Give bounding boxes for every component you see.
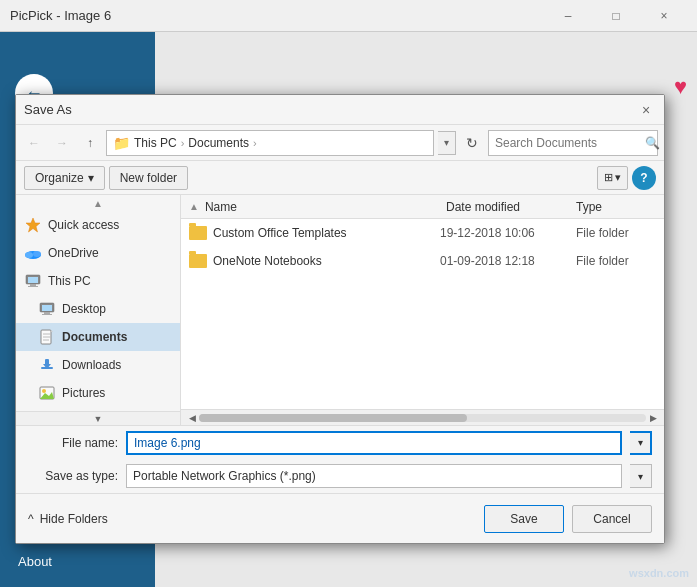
horizontal-scrollbar: ◀ ▶ bbox=[181, 409, 664, 425]
filename-dropdown-button[interactable]: ▾ bbox=[630, 431, 652, 455]
dialog-toolbar: ← → ↑ 📁 This PC › Documents › ▾ ↻ bbox=[16, 125, 664, 161]
save-as-dialog: Save As × ← → ↑ 📁 This PC › bbox=[15, 94, 665, 544]
nav-item-downloads[interactable]: Downloads bbox=[16, 351, 180, 379]
svg-rect-19 bbox=[45, 359, 49, 365]
footer-buttons: Save Cancel bbox=[484, 505, 652, 533]
this-pc-icon bbox=[24, 272, 42, 290]
documents-label: Documents bbox=[62, 330, 127, 344]
nav-scroll: Quick access OneDrive bbox=[16, 211, 180, 411]
search-box: 🔍 bbox=[488, 130, 658, 156]
app-window: PicPick - Image 6 – □ × Options About ♥ … bbox=[0, 0, 697, 587]
search-input[interactable] bbox=[495, 136, 645, 150]
filename-input[interactable] bbox=[126, 431, 622, 455]
organize-button[interactable]: Organize ▾ bbox=[24, 166, 105, 190]
folder-icon-2 bbox=[189, 252, 207, 270]
col-date-header[interactable]: Date modified bbox=[446, 200, 576, 214]
svg-point-2 bbox=[25, 252, 33, 258]
quick-access-icon bbox=[24, 216, 42, 234]
savetype-label: Save as type: bbox=[28, 469, 118, 483]
svg-rect-7 bbox=[28, 286, 38, 287]
svg-rect-9 bbox=[42, 305, 52, 311]
restore-button[interactable]: □ bbox=[593, 0, 639, 32]
filename-label: File name: bbox=[28, 436, 118, 450]
file-name-1: Custom Office Templates bbox=[213, 226, 434, 240]
svg-rect-10 bbox=[44, 312, 50, 314]
documents-icon bbox=[38, 328, 56, 346]
svg-rect-11 bbox=[42, 314, 52, 315]
app-content: Options About ♥ ← Save As × bbox=[0, 32, 697, 587]
view-icon: ⊞ bbox=[604, 171, 613, 184]
dialog-close-button[interactable]: × bbox=[636, 100, 656, 120]
col-name-header[interactable]: Name bbox=[205, 200, 446, 214]
onedrive-label: OneDrive bbox=[48, 246, 99, 260]
savetype-row: Save as type: Portable Network Graphics … bbox=[16, 459, 664, 493]
address-sep2: › bbox=[253, 137, 257, 149]
search-icon: 🔍 bbox=[645, 136, 660, 150]
nav-up-button[interactable]: ↑ bbox=[78, 131, 102, 155]
table-row[interactable]: OneNote Notebooks 01-09-2018 12:18 File … bbox=[181, 247, 664, 275]
nav-panel: ▲ Quick access bbox=[16, 195, 181, 425]
title-bar-left: PicPick - Image 6 bbox=[10, 8, 111, 23]
pictures-icon bbox=[38, 384, 56, 402]
table-row[interactable]: Custom Office Templates 19-12-2018 10:06… bbox=[181, 219, 664, 247]
new-folder-label: New folder bbox=[120, 171, 177, 185]
savetype-select[interactable]: Portable Network Graphics (*.png) bbox=[126, 464, 622, 488]
h-scroll-track[interactable] bbox=[199, 414, 646, 422]
svg-point-21 bbox=[42, 389, 46, 393]
nav-item-pictures[interactable]: Pictures bbox=[16, 379, 180, 407]
nav-forward-button[interactable]: → bbox=[50, 131, 74, 155]
file-date-2: 01-09-2018 12:18 bbox=[440, 254, 570, 268]
address-folder-icon: 📁 bbox=[113, 135, 130, 151]
desktop-label: Desktop bbox=[62, 302, 106, 316]
dialog-footer: ^ Hide Folders Save Cancel bbox=[16, 493, 664, 543]
dialog-actionbar: Organize ▾ New folder ⊞ ▾ ? bbox=[16, 161, 664, 195]
hide-folders-button[interactable]: ^ Hide Folders bbox=[28, 512, 108, 526]
nav-scroll-down[interactable]: ▼ bbox=[16, 411, 180, 425]
h-scroll-thumb[interactable] bbox=[199, 414, 467, 422]
onedrive-icon bbox=[24, 244, 42, 262]
app-right: ♥ ← Save As × ← → ↑ bbox=[155, 32, 697, 587]
nav-item-desktop[interactable]: Desktop bbox=[16, 295, 180, 323]
app-title: PicPick - Image 6 bbox=[10, 8, 111, 23]
nav-back-button[interactable]: ← bbox=[22, 131, 46, 155]
refresh-button[interactable]: ↻ bbox=[460, 131, 484, 155]
scroll-left-button[interactable]: ◀ bbox=[185, 411, 199, 425]
nav-item-documents[interactable]: Documents bbox=[16, 323, 180, 351]
quick-access-label: Quick access bbox=[48, 218, 119, 232]
address-this-pc: This PC bbox=[134, 136, 177, 150]
folder-icon-1 bbox=[189, 224, 207, 242]
watermark: wsxdn.com bbox=[629, 567, 689, 579]
pictures-label: Pictures bbox=[62, 386, 105, 400]
nav-item-quick-access[interactable]: Quick access bbox=[16, 211, 180, 239]
file-type-1: File folder bbox=[576, 226, 656, 240]
nav-item-this-pc[interactable]: This PC bbox=[16, 267, 180, 295]
dialog-overlay: Save As × ← → ↑ 📁 This PC › bbox=[0, 64, 697, 587]
new-folder-button[interactable]: New folder bbox=[109, 166, 188, 190]
scroll-right-button[interactable]: ▶ bbox=[646, 411, 660, 425]
address-dropdown-button[interactable]: ▾ bbox=[438, 131, 456, 155]
hide-folders-label: Hide Folders bbox=[40, 512, 108, 526]
save-button[interactable]: Save bbox=[484, 505, 564, 533]
file-type-2: File folder bbox=[576, 254, 656, 268]
nav-scroll-up-indicator: ▲ bbox=[16, 195, 180, 211]
filename-row: File name: ▾ bbox=[16, 425, 664, 459]
col-type-header[interactable]: Type bbox=[576, 200, 656, 214]
savetype-dropdown-button[interactable]: ▾ bbox=[630, 464, 652, 488]
dialog-titlebar: Save As × bbox=[16, 95, 664, 125]
app-close-button[interactable]: × bbox=[641, 0, 687, 32]
downloads-label: Downloads bbox=[62, 358, 121, 372]
view-button[interactable]: ⊞ ▾ bbox=[597, 166, 628, 190]
minimize-button[interactable]: – bbox=[545, 0, 591, 32]
title-bar: PicPick - Image 6 – □ × bbox=[0, 0, 697, 32]
file-name-2: OneNote Notebooks bbox=[213, 254, 434, 268]
address-bar[interactable]: 📁 This PC › Documents › bbox=[106, 130, 434, 156]
file-list-header: ▲ Name Date modified Type bbox=[181, 195, 664, 219]
help-button[interactable]: ? bbox=[632, 166, 656, 190]
nav-item-onedrive[interactable]: OneDrive bbox=[16, 239, 180, 267]
cancel-button[interactable]: Cancel bbox=[572, 505, 652, 533]
svg-rect-5 bbox=[28, 277, 38, 283]
downloads-icon bbox=[38, 356, 56, 374]
this-pc-label: This PC bbox=[48, 274, 91, 288]
hide-folders-arrow: ^ bbox=[28, 512, 34, 526]
file-list: Custom Office Templates 19-12-2018 10:06… bbox=[181, 219, 664, 409]
